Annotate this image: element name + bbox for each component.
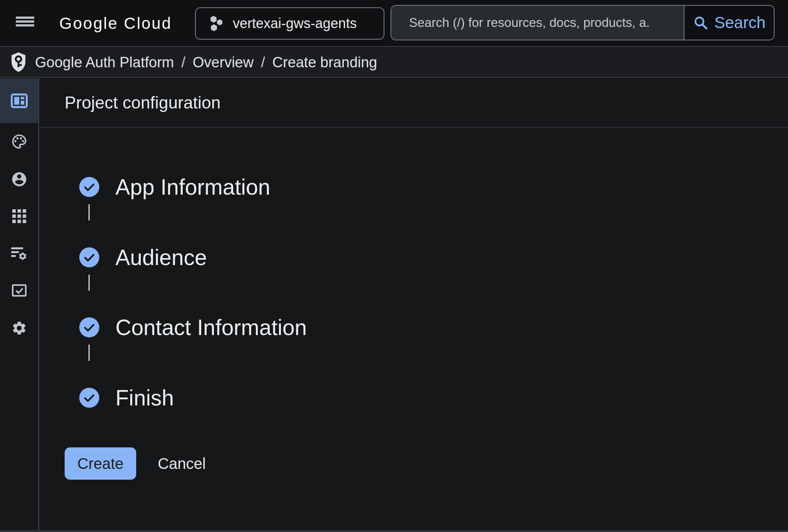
- stepper-connector: [88, 345, 90, 361]
- page-title: Project configuration: [65, 93, 220, 112]
- breadcrumb-separator: /: [261, 54, 265, 71]
- top-app-bar: Google Cloud vertexai-gws-agents: [0, 0, 788, 47]
- main-content: Project configuration App Information Au…: [40, 78, 788, 530]
- step-label: Finish: [115, 385, 174, 410]
- breadcrumb-bar: Google Auth Platform / Overview / Create…: [0, 48, 788, 78]
- sidebar-item-settings[interactable]: [0, 309, 38, 347]
- stepper-step-app-information[interactable]: App Information: [79, 176, 270, 198]
- search-button[interactable]: Search: [684, 6, 774, 40]
- breadcrumb-item-auth-platform[interactable]: Google Auth Platform: [35, 54, 174, 71]
- project-selector[interactable]: vertexai-gws-agents: [195, 7, 384, 40]
- stepper-step-contact-information[interactable]: Contact Information: [79, 316, 307, 339]
- apps-grid-icon: [12, 208, 27, 224]
- project-hexagons-icon: [209, 15, 224, 32]
- create-button[interactable]: Create: [65, 447, 136, 480]
- step-completed-check-icon: [79, 177, 99, 197]
- sidebar-item-audience[interactable]: [0, 160, 38, 198]
- breadcrumb: Google Auth Platform / Overview / Create…: [35, 54, 377, 71]
- search-input[interactable]: [409, 15, 680, 30]
- sidebar-item-clients[interactable]: [0, 197, 38, 235]
- google-cloud-console: Google Cloud vertexai-gws-agents: [0, 0, 788, 532]
- settings-gear-icon: [11, 320, 27, 336]
- sidebar-item-branding[interactable]: [0, 123, 38, 160]
- dashboard-icon: [10, 93, 28, 108]
- stepper-step-audience[interactable]: Audience: [79, 246, 207, 269]
- hamburger-bar: [16, 24, 34, 27]
- sidebar-item-overview[interactable]: [0, 78, 38, 123]
- hamburger-bar: [16, 20, 34, 23]
- breadcrumb-item-overview[interactable]: Overview: [193, 54, 254, 71]
- step-completed-check-icon: [79, 247, 99, 267]
- breadcrumb-item-create-branding: Create branding: [272, 54, 377, 71]
- step-completed-check-icon: [79, 317, 99, 337]
- sidebar-item-verification-center[interactable]: [0, 272, 38, 309]
- breadcrumb-separator: /: [181, 54, 185, 71]
- search-icon: [693, 15, 709, 31]
- menu-hamburger-button[interactable]: [16, 17, 34, 30]
- left-nav-rail: [0, 78, 39, 530]
- step-completed-check-icon: [79, 388, 99, 408]
- stepper-connector: [88, 275, 90, 291]
- hamburger-bar: [16, 17, 34, 19]
- cancel-button[interactable]: Cancel: [146, 447, 217, 480]
- step-label: Contact Information: [115, 315, 307, 340]
- account-circle-icon: [11, 171, 28, 188]
- palette-icon: [11, 133, 28, 150]
- step-label: Audience: [115, 245, 207, 270]
- verification-check-icon: [11, 283, 27, 298]
- step-label: App Information: [115, 174, 270, 200]
- search-bar: Search: [391, 5, 775, 40]
- project-selector-label: vertexai-gws-agents: [233, 15, 357, 32]
- search-button-label: Search: [714, 13, 765, 32]
- google-cloud-logo: Google Cloud: [59, 0, 172, 47]
- stepper-step-finish[interactable]: Finish: [79, 387, 174, 409]
- auth-platform-shield-key-icon: [10, 52, 27, 73]
- content-header: Project configuration: [40, 78, 788, 128]
- stepper-connector: [88, 204, 90, 220]
- search-field-region: [391, 6, 684, 40]
- list-settings-icon: [10, 246, 28, 262]
- sidebar-item-data-access[interactable]: [0, 235, 38, 273]
- bottom-edge-strip: [0, 530, 788, 532]
